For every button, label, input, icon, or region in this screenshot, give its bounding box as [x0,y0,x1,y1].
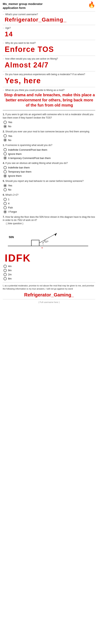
footer-promise-text: I, as a potential moderator, promise to … [3,284,95,290]
answer-active: Almost 24/7 [5,61,95,69]
diagram-force-label: 50N [9,236,14,239]
radio-q6-3[interactable] [3,206,7,209]
option-q7-2[interactable]: 9m [3,269,95,272]
radio-q4-2[interactable] [3,170,7,174]
header: Ms_memer group moderator application for… [3,2,95,10]
option-label-q4-1: Indefinite ban them [8,166,30,169]
radio-q7-3[interactable] [3,273,7,276]
radio-q4-3[interactable] [3,174,7,178]
option-q7-3[interactable]: 2m [3,273,95,276]
option-q4-3[interactable]: Ignore them [3,174,95,178]
option-q2-no[interactable]: No [3,138,95,142]
option-q1-no[interactable]: No [3,125,95,128]
answer-q7: IDFK [5,253,95,263]
option-label-q5-no: No [8,188,11,191]
diagram-area: 50N 37° ♥ [3,227,95,251]
divider-2 [3,25,95,25]
option-label-q7-2: 9m [8,269,11,272]
field-label-experience: – Do you have any previous experiences w… [3,73,95,76]
option-label-q3-2: Ignore them [8,152,22,156]
footer-username: Refrigerator_Gaming_ [3,292,95,298]
option-label-q7-4: 8m [8,277,11,280]
option-q6-1[interactable]: 1 [3,198,95,201]
option-label-q3-1: Indefinite Comment/Post ban them [8,148,47,151]
question-6-text: 6. What's 2+2? [3,193,95,197]
field-label-age: – Age? [3,27,95,30]
option-q6-2[interactable]: 4 [3,202,95,205]
radio-q3-3[interactable] [3,156,7,160]
divider-3 [3,40,95,40]
flame-icon: 🔥 [88,1,95,8]
radio-q4-1[interactable] [3,166,7,169]
option-label-q1-yes: Yes [8,121,12,124]
option-label-q2-no: No [8,139,11,142]
radio-q7-4[interactable] [3,277,7,280]
question-5-text: 5. Should you report any bad behavior to… [3,180,95,183]
option-label-q6-4: I Forgor [8,210,17,213]
option-q5-no[interactable]: No [3,188,95,191]
field-label-why-mod: – Why do you want to be mod? [3,42,95,44]
field-active: – how often would you say you are active… [3,58,95,69]
radio-q5-no[interactable] [3,188,7,191]
option-label-q2-yes: Yes [8,134,12,138]
answer-experience: Yes, here [5,76,95,85]
radio-q3-1[interactable] [3,148,7,151]
option-q4-2[interactable]: Temporary ban them [3,170,95,174]
field-experience: – Do you have any previous experiences w… [3,73,95,85]
radio-q2-no[interactable] [3,138,7,142]
diagram-angle-label: 37° [45,240,49,243]
option-q3-1[interactable]: Indefinite Comment/Post ban them [3,148,95,151]
option-label-q3-3: A temporary Comment/Post ban them [8,156,50,160]
option-q2-yes[interactable]: Yes [3,134,95,138]
field-label-provide: – What do you think you could provide to… [3,89,95,92]
option-label-q4-2: Temporary ban them [8,170,31,173]
question-4-text: 4. If you see an obvious alt raiding Msm… [3,162,95,165]
option-label-q6-3: Fish [8,206,13,209]
option-q4-1[interactable]: Indefinite ban them [3,166,95,169]
question-6: 6. What's 2+2? 1 4 Fish I Forgor [3,193,95,214]
question-2-text: 2. Should you ever use your mod to ban s… [3,130,95,133]
radio-q5-yes[interactable] [3,184,7,187]
footer-hint: ( Full username here ) [3,301,95,303]
answer-why-mod: Enforce TOS [5,45,95,54]
option-label-q7-3: 2m [8,273,11,276]
question-1: 1. If you were to get into an argument w… [3,113,95,128]
divider-6 [3,87,95,87]
footer-divider [3,299,95,300]
field-username: – What's your current username? Refriger… [3,13,95,23]
question-3-text: 1. If someone is spamming what would you… [3,144,95,147]
answer-provide: Stop drama and rule breaches, make this … [3,92,95,108]
question-3: 1. If someone is spamming what would you… [3,144,95,160]
option-q7-4[interactable]: 8m [3,277,95,280]
option-q6-4[interactable]: I Forgor [3,210,95,214]
radio-q3-2[interactable] [3,152,7,156]
svg-marker-3 [54,233,57,236]
field-provide: – What do you think you could provide to… [3,89,95,108]
radio-q1-yes[interactable] [3,121,7,124]
radio-q7-2[interactable] [3,269,7,272]
option-q1-yes[interactable]: Yes [3,121,95,124]
svg-text:♥: ♥ [42,247,43,249]
option-q3-2[interactable]: Ignore them [3,152,95,156]
footer: I, as a potential moderator, promise to … [3,282,95,303]
option-q7-1[interactable]: 4m [3,265,95,268]
radio-q6-2[interactable] [3,202,7,205]
question-2: 2. Should you ever use your mod to ban s… [3,130,95,142]
question-5: 5. Should you report any bad behavior to… [3,180,95,191]
option-q6-3[interactable]: Fish [3,206,95,209]
question-1-text: 1. If you were to get into an argument w… [3,113,95,120]
page: Ms_memer group moderator application for… [0,0,98,305]
option-q5-yes[interactable]: Yes [3,184,95,187]
field-age: – Age? 14 [3,27,95,38]
radio-q7-1[interactable] [3,265,7,268]
radio-q6-4[interactable] [3,210,7,214]
radio-q6-1[interactable] [3,198,7,201]
radio-q1-no[interactable] [3,125,7,128]
radio-q2-yes[interactable] [3,134,7,138]
option-label-q6-2: 4 [8,202,9,205]
option-q3-3[interactable]: A temporary Comment/Post ban them [3,156,95,160]
field-why-mod: – Why do you want to be mod? Enforce TOS [3,42,95,54]
option-label-q4-3: Ignore them [8,174,22,177]
question-4: 4. If you see an obvious alt raiding Msm… [3,162,95,178]
option-label-q1-no: No [8,125,11,128]
